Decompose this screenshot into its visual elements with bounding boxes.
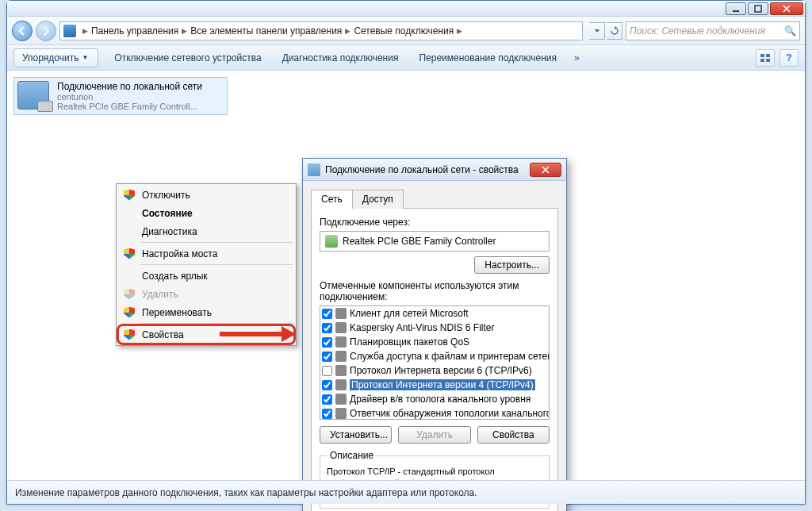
- component-checkbox[interactable]: [322, 352, 332, 362]
- svg-rect-4: [760, 59, 764, 62]
- help-button[interactable]: ?: [779, 49, 799, 67]
- uninstall-button: Удалить: [398, 426, 470, 444]
- maximize-button[interactable]: [748, 2, 768, 15]
- dialog-close-button[interactable]: [530, 163, 561, 177]
- component-item[interactable]: Протокол Интернета версии 4 (TCP/IPv4): [320, 378, 549, 392]
- component-label: Служба доступа к файлам и принтерам сете…: [350, 351, 550, 362]
- cmd-disable-device[interactable]: Отключение сетевого устройства: [109, 49, 266, 67]
- properties-dialog: Подключение по локальной сети - свойства…: [302, 158, 567, 511]
- organize-label: Упорядочить: [22, 52, 79, 63]
- dialog-title: Подключение по локальной сети - свойства: [325, 164, 519, 175]
- components-list[interactable]: Клиент для сетей MicrosoftKaspersky Anti…: [320, 305, 550, 420]
- shield-icon: [124, 190, 135, 201]
- component-icon: [335, 379, 347, 390]
- component-item[interactable]: Ответчик обнаружения топологии канальног…: [320, 406, 549, 420]
- component-label: Драйвер в/в тополога канального уровня: [350, 394, 530, 405]
- overflow-button[interactable]: »: [574, 52, 580, 63]
- component-icon: [335, 351, 347, 362]
- ctx-disable[interactable]: Отключить: [118, 186, 294, 204]
- component-label: Клиент для сетей Microsoft: [350, 308, 469, 319]
- control-panel-icon: [63, 25, 76, 37]
- component-checkbox[interactable]: [322, 366, 332, 376]
- navigation-bar: ▶ Панель управления ▶ Все элементы панел…: [7, 17, 805, 45]
- component-checkbox[interactable]: [322, 309, 332, 319]
- ctx-shortcut[interactable]: Создать ярлык: [118, 267, 294, 285]
- connection-adapter: Realtek PCIe GBE Family Controll...: [57, 102, 202, 111]
- component-icon: [335, 308, 347, 319]
- cmd-rename[interactable]: Переименование подключения: [414, 49, 561, 67]
- component-icon: [335, 365, 347, 376]
- view-button[interactable]: [756, 49, 775, 67]
- breadcrumb-segment[interactable]: Сетевые подключения: [354, 25, 454, 36]
- history-dropdown-button[interactable]: [589, 22, 605, 40]
- organize-menu-button[interactable]: Упорядочить ▼: [13, 48, 98, 67]
- command-bar: Упорядочить ▼ Отключение сетевого устрой…: [7, 45, 805, 71]
- breadcrumb-segment[interactable]: Все элементы панели управления: [190, 25, 342, 36]
- search-input[interactable]: Поиск: Сетевые подключения 🔍: [626, 21, 800, 40]
- component-label: Протокол Интернета версии 6 (TCP/IPv6): [350, 365, 532, 376]
- refresh-button[interactable]: [607, 22, 622, 40]
- context-menu: Отключить Состояние Диагностика Настройк…: [116, 183, 297, 346]
- component-label: Планировщик пакетов QoS: [350, 336, 469, 348]
- shield-icon: [124, 289, 135, 300]
- svg-rect-5: [766, 59, 770, 62]
- address-breadcrumb[interactable]: ▶ Панель управления ▶ Все элементы панел…: [59, 21, 583, 40]
- statusbar-text: Изменение параметров данного подключения…: [15, 487, 477, 498]
- forward-button[interactable]: [36, 21, 56, 41]
- annotation-arrow: [220, 326, 296, 342]
- connection-title: Подключение по локальной сети: [57, 81, 202, 92]
- component-item[interactable]: Kaspersky Anti-Virus NDIS 6 Filter: [320, 321, 549, 335]
- tab-access[interactable]: Доступ: [352, 190, 404, 209]
- breadcrumb-segment[interactable]: Панель управления: [91, 25, 178, 36]
- adapter-name: Realtek PCIe GBE Family Controller: [343, 236, 496, 247]
- minimize-button[interactable]: [726, 2, 746, 15]
- component-item[interactable]: Планировщик пакетов QoS: [320, 335, 549, 349]
- component-checkbox[interactable]: [322, 394, 332, 405]
- dialog-icon: [308, 163, 320, 176]
- svg-rect-2: [760, 54, 764, 57]
- content-area: Подключение по локальной сети centurion …: [7, 71, 805, 480]
- component-checkbox[interactable]: [322, 409, 332, 419]
- component-item[interactable]: Драйвер в/в тополога канального уровня: [320, 392, 549, 406]
- component-label: Протокол Интернета версии 4 (TCP/IPv4): [350, 379, 535, 390]
- separator: [140, 242, 293, 243]
- statusbar: Изменение параметров данного подключения…: [7, 480, 805, 504]
- chevron-right-icon: ▶: [457, 27, 462, 35]
- component-properties-button[interactable]: Свойства: [477, 426, 550, 444]
- cmd-diagnose[interactable]: Диагностика подключения: [278, 49, 404, 67]
- ctx-bridge[interactable]: Настройка моста: [118, 244, 294, 263]
- back-button[interactable]: [12, 21, 33, 41]
- search-icon: 🔍: [784, 25, 796, 36]
- adapter-icon: [325, 235, 338, 248]
- separator: [140, 323, 293, 324]
- components-label: Отмеченные компоненты используются этим …: [320, 280, 550, 302]
- adapter-display: Realtek PCIe GBE Family Controller: [320, 231, 550, 252]
- description-legend: Описание: [327, 450, 377, 461]
- component-icon: [335, 394, 347, 405]
- component-checkbox[interactable]: [322, 380, 332, 390]
- configure-button[interactable]: Настроить...: [474, 256, 550, 274]
- network-adapter-icon: [17, 81, 49, 110]
- component-icon: [335, 408, 347, 419]
- ctx-rename[interactable]: Переименовать: [118, 303, 294, 321]
- connection-network: centurion: [57, 92, 202, 102]
- explorer-window: ▶ Панель управления ▶ Все элементы панел…: [6, 0, 806, 505]
- component-item[interactable]: Служба доступа к файлам и принтерам сете…: [320, 349, 549, 363]
- component-checkbox[interactable]: [322, 337, 332, 348]
- tab-page-network: Подключение через: Realtek PCIe GBE Fami…: [311, 209, 558, 511]
- ctx-delete: Удалить: [118, 285, 294, 303]
- component-checkbox[interactable]: [322, 323, 332, 333]
- close-button[interactable]: [770, 2, 803, 15]
- install-button[interactable]: Установить...: [320, 426, 392, 444]
- ctx-status[interactable]: Состояние: [118, 204, 294, 222]
- component-label: Ответчик обнаружения топологии канальног…: [350, 408, 550, 419]
- component-item[interactable]: Клиент для сетей Microsoft: [320, 306, 549, 321]
- connection-text: Подключение по локальной сети centurion …: [57, 81, 202, 111]
- dialog-titlebar[interactable]: Подключение по локальной сети - свойства: [303, 159, 566, 181]
- chevron-right-icon: ▶: [82, 27, 88, 35]
- component-item[interactable]: Протокол Интернета версии 6 (TCP/IPv6): [320, 363, 549, 378]
- chevron-right-icon: ▶: [182, 27, 187, 35]
- tab-network[interactable]: Сеть: [311, 190, 353, 209]
- connection-item[interactable]: Подключение по локальной сети centurion …: [13, 77, 228, 115]
- ctx-diagnose[interactable]: Диагностика: [118, 222, 294, 240]
